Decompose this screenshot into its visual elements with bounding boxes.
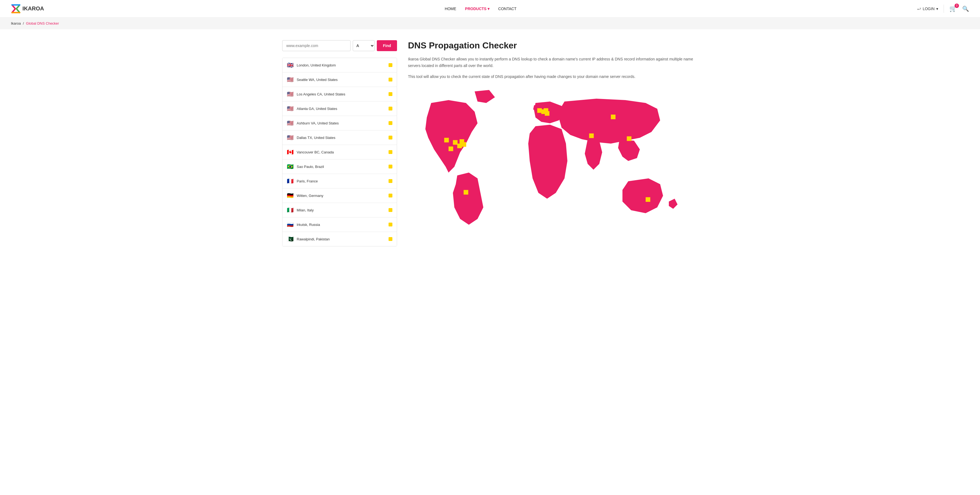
location-name: Paris, France bbox=[297, 179, 318, 183]
nav-cart[interactable]: 🛒 0 bbox=[950, 5, 957, 12]
flag-icon: 🇺🇸 bbox=[287, 76, 293, 83]
location-left: 🇺🇸 Ashburn VA, United States bbox=[287, 120, 339, 126]
flag-icon: 🇨🇦 bbox=[287, 149, 293, 155]
location-name: Rawalpindi, Pakistan bbox=[297, 237, 330, 241]
map-dot-australia bbox=[646, 197, 650, 202]
checker-title: DNS Propagation Checker bbox=[408, 40, 698, 51]
map-dot-los-angeles bbox=[449, 146, 453, 151]
nav-divider bbox=[943, 5, 944, 13]
domain-input[interactable] bbox=[282, 40, 350, 51]
flag-icon: 🇧🇷 bbox=[287, 163, 293, 170]
status-dot bbox=[388, 194, 392, 197]
map-dot-vancouver bbox=[444, 138, 449, 142]
status-dot bbox=[388, 223, 392, 226]
world-map-svg bbox=[408, 86, 698, 231]
status-dot bbox=[388, 208, 392, 212]
location-item[interactable]: 🇷🇺 Irkutsk, Russia bbox=[282, 217, 397, 232]
flag-icon: 🇩🇪 bbox=[287, 192, 293, 199]
location-name: Vancouver BC, Canada bbox=[297, 150, 334, 154]
flag-icon: 🇮🇹 bbox=[287, 207, 293, 213]
status-dot bbox=[388, 107, 392, 110]
record-type-select[interactable]: A AAAA CNAME MX NS TXT SOA bbox=[353, 40, 375, 51]
location-item[interactable]: 🇮🇹 Milan, Italy bbox=[282, 203, 397, 217]
location-name: Milan, Italy bbox=[297, 208, 313, 212]
map-dot-irkutsk bbox=[611, 115, 616, 119]
navigation: IKAROA HOME PRODUCTS ▾ CONTACT ⮐ LOGIN ▾… bbox=[0, 0, 980, 18]
status-dot bbox=[388, 136, 392, 140]
location-item[interactable]: 🇺🇸 Dallas TX, United States bbox=[282, 131, 397, 145]
location-item[interactable]: 🇨🇦 Vancouver BC, Canada bbox=[282, 145, 397, 159]
cart-badge: 0 bbox=[955, 3, 959, 8]
checker-desc-2: This tool will allow you to check the cu… bbox=[408, 73, 698, 80]
flag-icon: 🇺🇸 bbox=[287, 134, 293, 141]
map-dot-rawalpindi bbox=[589, 134, 594, 138]
flag-icon: 🇷🇺 bbox=[287, 221, 293, 228]
location-name: Dallas TX, United States bbox=[297, 136, 335, 140]
logo[interactable]: IKAROA bbox=[11, 4, 44, 14]
location-item[interactable]: 🇬🇧 London, United Kingdom bbox=[282, 58, 397, 72]
map-dot-sao-paulo bbox=[464, 190, 468, 194]
nav-contact[interactable]: CONTACT bbox=[498, 6, 517, 11]
location-item[interactable]: 🇧🇷 Sao Paulo, Brazil bbox=[282, 159, 397, 174]
location-name: Irkutsk, Russia bbox=[297, 223, 320, 227]
checker-desc-1: Ikaroa Global DNS Checker allows you to … bbox=[408, 56, 698, 69]
flag-icon: 🇺🇸 bbox=[287, 120, 293, 126]
status-dot bbox=[388, 179, 392, 183]
map-dot-dallas bbox=[457, 143, 462, 148]
map-dot-london bbox=[537, 108, 542, 113]
flag-icon: 🇵🇰 bbox=[287, 236, 293, 242]
location-left: 🇧🇷 Sao Paulo, Brazil bbox=[287, 163, 324, 170]
location-item[interactable]: 🇩🇪 Witten, Germany bbox=[282, 188, 397, 203]
right-column: DNS Propagation Checker Ikaroa Global DN… bbox=[408, 40, 698, 247]
location-name: London, United Kingdom bbox=[297, 63, 336, 67]
status-dot bbox=[388, 78, 392, 81]
location-name: Atlanta GA, United States bbox=[297, 107, 337, 111]
breadcrumb-current: Global DNS Checker bbox=[26, 21, 59, 25]
location-item[interactable]: 🇺🇸 Los Angeles CA, United States bbox=[282, 87, 397, 102]
location-left: 🇮🇹 Milan, Italy bbox=[287, 207, 313, 213]
login-icon: ⮐ bbox=[917, 6, 921, 11]
map-dot-ashburn bbox=[460, 139, 464, 144]
nav-products[interactable]: PRODUCTS ▾ bbox=[465, 6, 490, 11]
location-item[interactable]: 🇺🇸 Ashburn VA, United States bbox=[282, 116, 397, 131]
location-list: 🇬🇧 London, United Kingdom 🇺🇸 Seattle WA,… bbox=[282, 58, 397, 247]
nav-home[interactable]: HOME bbox=[445, 6, 457, 11]
location-left: 🇷🇺 Irkutsk, Russia bbox=[287, 221, 320, 228]
breadcrumb: Ikaroa / Global DNS Checker bbox=[0, 18, 980, 29]
nav-links: HOME PRODUCTS ▾ CONTACT bbox=[445, 6, 517, 11]
location-name: Los Angeles CA, United States bbox=[297, 92, 345, 96]
logo-icon bbox=[11, 4, 21, 14]
status-dot bbox=[388, 92, 392, 96]
flag-icon: 🇫🇷 bbox=[287, 178, 293, 184]
location-left: 🇺🇸 Seattle WA, United States bbox=[287, 76, 338, 83]
nav-login[interactable]: ⮐ LOGIN ▾ bbox=[917, 6, 938, 11]
map-dot-milan bbox=[545, 111, 549, 116]
location-name: Witten, Germany bbox=[297, 194, 323, 198]
breadcrumb-home[interactable]: Ikaroa bbox=[11, 21, 21, 25]
location-left: 🇫🇷 Paris, France bbox=[287, 178, 318, 184]
location-item[interactable]: 🇫🇷 Paris, France bbox=[282, 174, 397, 188]
location-left: 🇩🇪 Witten, Germany bbox=[287, 192, 323, 199]
location-left: 🇨🇦 Vancouver BC, Canada bbox=[287, 149, 334, 155]
status-dot bbox=[388, 165, 392, 169]
nav-right: ⮐ LOGIN ▾ 🛒 0 🔍 bbox=[917, 5, 969, 13]
location-item[interactable]: 🇺🇸 Atlanta GA, United States bbox=[282, 102, 397, 116]
main-content: A AAAA CNAME MX NS TXT SOA Find 🇬🇧 Londo… bbox=[271, 29, 709, 257]
location-left: 🇬🇧 London, United Kingdom bbox=[287, 62, 336, 68]
status-dot bbox=[388, 63, 392, 67]
flag-icon: 🇺🇸 bbox=[287, 91, 293, 97]
status-dot bbox=[388, 237, 392, 241]
location-name: Ashburn VA, United States bbox=[297, 121, 339, 125]
map-dot-seattle bbox=[453, 140, 457, 145]
world-map bbox=[408, 86, 698, 231]
left-column: A AAAA CNAME MX NS TXT SOA Find 🇬🇧 Londo… bbox=[282, 40, 397, 247]
map-dot-asia bbox=[627, 136, 632, 141]
flag-icon: 🇬🇧 bbox=[287, 62, 293, 68]
search-row: A AAAA CNAME MX NS TXT SOA Find bbox=[282, 40, 397, 51]
find-button[interactable]: Find bbox=[377, 40, 397, 51]
location-item[interactable]: 🇵🇰 Rawalpindi, Pakistan bbox=[282, 232, 397, 246]
flag-icon: 🇺🇸 bbox=[287, 105, 293, 112]
location-left: 🇵🇰 Rawalpindi, Pakistan bbox=[287, 236, 330, 242]
location-item[interactable]: 🇺🇸 Seattle WA, United States bbox=[282, 72, 397, 87]
search-nav-icon[interactable]: 🔍 bbox=[962, 5, 969, 12]
